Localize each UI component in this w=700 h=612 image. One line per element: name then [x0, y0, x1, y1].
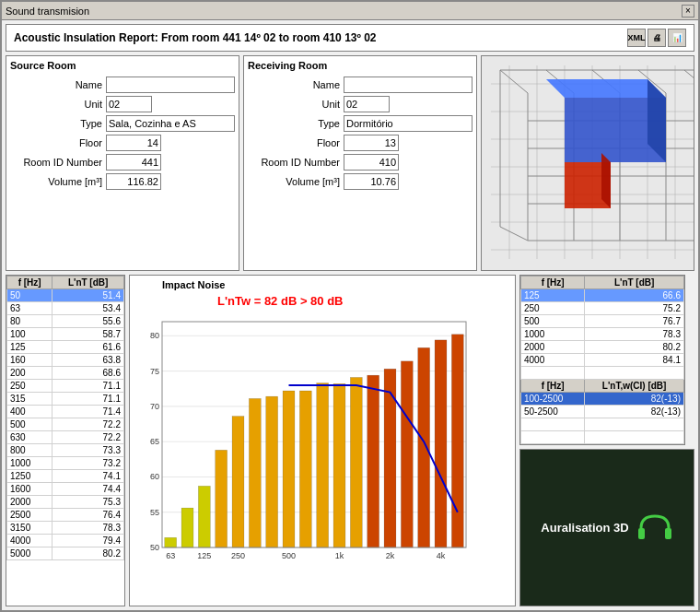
source-unit-label: Unit: [10, 99, 102, 110]
visualization-panel: [481, 55, 694, 271]
table-row: 10058.7: [7, 328, 124, 341]
right-data-table: f [Hz] L'nT [dB] 12566.625075.250076.710…: [519, 275, 685, 445]
frequency-table: f [Hz] L'nT [dB] 5051.46353.48055.610058…: [6, 276, 124, 560]
source-roomid-field: Room ID Number: [10, 154, 235, 171]
receiving-type-input[interactable]: [344, 115, 472, 132]
receiving-roomid-label: Room ID Number: [248, 157, 340, 168]
table-row: 20068.6: [7, 367, 124, 380]
source-unit-field: Unit: [10, 96, 235, 112]
close-button[interactable]: ×: [682, 5, 694, 18]
table-row: 16063.8: [7, 354, 124, 367]
table-row: 63072.2: [7, 431, 124, 444]
source-volume-field: Volume [m³]: [10, 173, 235, 190]
right-panel: f [Hz] L'nT [dB] 12566.625075.250076.710…: [519, 275, 694, 606]
table-row: 5051.4: [7, 289, 124, 302]
right-lnt-header: L'nT [dB]: [585, 277, 684, 289]
svg-line-32: [694, 98, 694, 121]
receiving-volume-field: Volume [m³]: [248, 173, 472, 190]
receiving-unit-field: Unit: [248, 96, 472, 112]
table-row: 50072.2: [7, 418, 124, 431]
svg-rect-46: [665, 528, 671, 539]
table-row: 315078.3: [7, 522, 124, 535]
right-freq-header2: f [Hz]: [521, 380, 585, 393]
receiving-roomid-input[interactable]: [344, 154, 399, 171]
source-floor-label: Floor: [10, 137, 102, 148]
title-bar: Sound transmision ×: [2, 2, 698, 20]
svg-line-34: [694, 153, 694, 176]
receiving-volume-label: Volume [m³]: [248, 176, 340, 187]
source-floor-field: Floor: [10, 135, 235, 151]
receiving-room-title: Receiving Room: [248, 60, 472, 71]
table-row: 8055.6: [7, 315, 124, 328]
table-row: 80073.3: [7, 444, 124, 457]
source-roomid-input[interactable]: [106, 154, 161, 171]
source-room-title: Source Room: [10, 60, 235, 71]
table-row: 200080.2: [521, 341, 684, 354]
source-room-panel: Source Room Name Unit Type Floor: [6, 55, 239, 271]
right-frequency-table: f [Hz] L'nT [dB] 12566.625075.250076.710…: [520, 276, 684, 444]
source-name-label: Name: [10, 79, 102, 90]
source-volume-label: Volume [m³]: [10, 176, 102, 187]
right-freq-header: f [Hz]: [521, 277, 585, 289]
table-row: 50-250082(-13): [521, 406, 684, 418]
table-row: 12561.6: [7, 341, 124, 354]
table-row: 400079.4: [7, 535, 124, 547]
table-row: 125074.1: [7, 470, 124, 483]
table-row: 200075.3: [7, 496, 124, 509]
table-row: 100078.3: [521, 328, 684, 341]
xml-icon[interactable]: XML: [627, 29, 646, 47]
window-title: Sound transmision: [6, 6, 89, 17]
receiving-type-label: Type: [248, 118, 340, 129]
right-lntci-header: L'nT,w(CI) [dB]: [585, 380, 684, 393]
table-row: 6353.4: [7, 302, 124, 315]
bottom-section: f [Hz] L'nT [dB] 5051.46353.48055.610058…: [6, 275, 694, 606]
source-floor-input[interactable]: [106, 135, 161, 151]
table-row: 25075.2: [521, 302, 684, 315]
receiving-name-input[interactable]: [344, 76, 472, 93]
table-row: 100-250082(-13): [521, 393, 684, 406]
source-name-input[interactable]: [106, 76, 235, 93]
left-data-table: f [Hz] L'nT [dB] 5051.46353.48055.610058…: [6, 275, 125, 606]
receiving-name-label: Name: [248, 79, 340, 90]
receiving-roomid-field: Room ID Number: [248, 154, 472, 171]
export-icon[interactable]: 📊: [668, 29, 686, 47]
receiving-name-field: Name: [248, 76, 472, 93]
report-icons: XML 🖨 📊: [627, 29, 686, 47]
lnt-header: L'nT [dB]: [52, 277, 124, 289]
receiving-type-field: Type: [248, 115, 472, 132]
svg-line-33: [694, 125, 694, 148]
chart-area: [129, 275, 516, 606]
source-unit-input[interactable]: [106, 96, 152, 112]
table-row: 500080.2: [7, 547, 124, 560]
report-title: Acoustic Insulation Report: From room 44…: [14, 31, 377, 44]
table-row: 40071.4: [7, 406, 124, 418]
svg-marker-44: [601, 153, 611, 208]
table-row: 400084.1: [521, 354, 684, 367]
table-row: 31571.1: [7, 393, 124, 406]
source-roomid-label: Room ID Number: [10, 157, 102, 168]
svg-line-36: [694, 218, 694, 241]
receiving-room-panel: Receiving Room Name Unit Type Floor: [243, 55, 477, 271]
source-type-label: Type: [10, 118, 102, 129]
source-type-field: Type: [10, 115, 235, 132]
print-icon[interactable]: 🖨: [648, 29, 666, 47]
report-header: Acoustic Insulation Report: From room 44…: [6, 24, 694, 52]
source-type-input[interactable]: [106, 115, 235, 132]
table-row: 50076.7: [521, 315, 684, 328]
receiving-floor-field: Floor: [248, 135, 472, 151]
receiving-floor-input[interactable]: [344, 135, 399, 151]
table-row: 100073.2: [7, 457, 124, 470]
main-window: Sound transmision × Acoustic Insulation …: [0, 0, 700, 612]
svg-line-35: [694, 181, 694, 204]
receiving-volume-input[interactable]: [344, 173, 399, 190]
building-visualization: [482, 56, 694, 268]
headphone-icon: [636, 512, 673, 544]
receiving-unit-input[interactable]: [344, 96, 390, 112]
receiving-unit-label: Unit: [248, 99, 340, 110]
auralisation-panel[interactable]: Auralisation 3D: [519, 449, 694, 606]
impact-noise-chart: [130, 276, 480, 580]
top-section: Source Room Name Unit Type Floor: [6, 55, 694, 271]
receiving-floor-label: Floor: [248, 137, 340, 148]
table-row: 12566.6: [521, 289, 684, 302]
source-volume-input[interactable]: [106, 173, 161, 190]
